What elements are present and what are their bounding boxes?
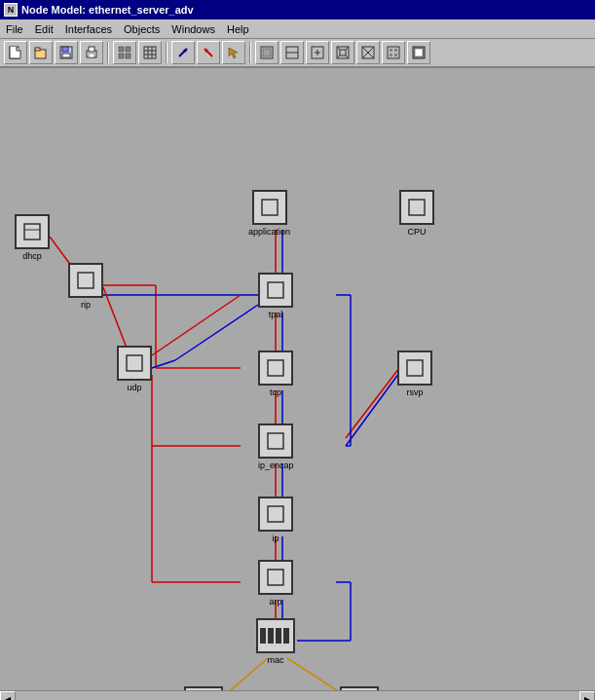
menu-interfaces[interactable]: Interfaces xyxy=(59,21,118,37)
rsvp-label: rsvp xyxy=(406,387,423,397)
save-button[interactable] xyxy=(55,41,78,64)
main-canvas[interactable]: dhcp rip udp application CPU tpal xyxy=(0,68,595,690)
hub-tx-node[interactable]: hub_tx_0_0 xyxy=(336,686,382,690)
svg-rect-7 xyxy=(89,47,94,52)
sep3 xyxy=(249,42,251,63)
zoom4-button[interactable] xyxy=(331,41,354,64)
svg-line-54 xyxy=(175,305,258,360)
svg-rect-94 xyxy=(268,570,283,585)
dhcp-box[interactable] xyxy=(15,214,50,249)
scroll-track[interactable] xyxy=(16,691,579,700)
arp-node[interactable]: arp xyxy=(258,560,293,607)
application-box[interactable] xyxy=(252,190,287,225)
scrollbar-bottom: ◀ ▶ xyxy=(0,690,595,700)
cpu-box[interactable] xyxy=(399,190,434,225)
svg-rect-87 xyxy=(262,200,278,215)
dhcp-node[interactable]: dhcp xyxy=(15,214,50,261)
grid1-button[interactable] xyxy=(113,41,136,64)
hub-tx-box[interactable] xyxy=(340,686,379,690)
svg-rect-97 xyxy=(276,628,281,644)
svg-rect-39 xyxy=(388,47,399,58)
rip-box[interactable] xyxy=(68,263,103,298)
svg-rect-91 xyxy=(407,360,423,376)
tpal-label: tpal xyxy=(269,310,283,319)
cpu-node[interactable]: CPU xyxy=(399,190,434,237)
cursor-button[interactable] xyxy=(222,41,245,64)
print-button[interactable] xyxy=(80,41,103,64)
arrow-nw-button[interactable] xyxy=(197,41,220,64)
svg-rect-17 xyxy=(144,47,156,58)
menu-windows[interactable]: Windows xyxy=(166,21,221,37)
svg-rect-40 xyxy=(390,49,392,52)
tcp-box[interactable] xyxy=(258,350,293,386)
application-label: application xyxy=(248,227,290,237)
zoom5-button[interactable] xyxy=(356,41,380,64)
svg-rect-95 xyxy=(260,628,266,644)
mac-box[interactable] xyxy=(256,618,295,653)
udp-box[interactable] xyxy=(117,346,152,381)
ip-box[interactable] xyxy=(258,497,293,532)
tpal-box[interactable] xyxy=(258,273,293,308)
dhcp-label: dhcp xyxy=(22,251,42,261)
svg-line-64 xyxy=(346,373,399,446)
menu-edit[interactable]: Edit xyxy=(29,21,59,37)
ip-label: ip xyxy=(272,534,279,543)
zoom3-button[interactable] xyxy=(306,41,329,64)
arp-box[interactable] xyxy=(258,560,293,595)
rip-label: rip xyxy=(81,300,91,310)
svg-rect-24 xyxy=(263,49,271,56)
rsvp-node[interactable]: rsvp xyxy=(397,350,432,397)
grid2-button[interactable] xyxy=(138,41,162,64)
svg-rect-10 xyxy=(126,47,130,52)
svg-rect-90 xyxy=(268,360,283,376)
svg-rect-98 xyxy=(283,628,289,644)
hub-rx-box[interactable] xyxy=(184,686,223,690)
connections-svg xyxy=(0,68,595,690)
zoom-fit-button[interactable] xyxy=(255,41,279,64)
mac-label: mac xyxy=(267,655,283,665)
title-bar: N Node Model: ethernet_server_adv xyxy=(0,0,595,19)
new-button[interactable] xyxy=(4,41,27,64)
svg-line-55 xyxy=(152,360,175,368)
svg-rect-31 xyxy=(340,50,346,55)
open-button[interactable] xyxy=(29,41,53,64)
svg-marker-22 xyxy=(229,48,238,58)
menu-help[interactable]: Help xyxy=(221,21,255,37)
menu-file[interactable]: File xyxy=(0,21,29,37)
zoom2-button[interactable] xyxy=(280,41,304,64)
svg-rect-2 xyxy=(35,48,40,51)
ip-encap-label: ip_encap xyxy=(258,461,294,470)
sep2 xyxy=(166,42,167,63)
ip-encap-box[interactable] xyxy=(258,424,293,459)
svg-rect-11 xyxy=(119,54,124,58)
zoom7-button[interactable] xyxy=(407,41,430,64)
svg-rect-96 xyxy=(268,628,274,644)
rip-node[interactable]: rip xyxy=(68,263,103,310)
svg-rect-4 xyxy=(62,47,68,52)
menu-objects[interactable]: Objects xyxy=(118,21,166,37)
mac-node[interactable]: mac xyxy=(256,618,295,665)
ip-encap-node[interactable]: ip_encap xyxy=(258,424,294,470)
svg-rect-8 xyxy=(89,54,94,57)
svg-rect-9 xyxy=(119,47,124,52)
svg-rect-45 xyxy=(415,49,423,56)
udp-node[interactable]: udp xyxy=(117,346,152,392)
zoom6-button[interactable] xyxy=(382,41,405,64)
svg-rect-89 xyxy=(268,282,283,298)
application-node[interactable]: application xyxy=(248,190,290,237)
arrow-ne-button[interactable] xyxy=(171,41,195,64)
rsvp-box[interactable] xyxy=(397,350,432,386)
udp-label: udp xyxy=(127,383,141,392)
tpal-node[interactable]: tpal xyxy=(258,273,293,319)
ip-node[interactable]: ip xyxy=(258,497,293,543)
tcp-node[interactable]: tcp xyxy=(258,350,293,397)
cpu-label: CPU xyxy=(407,227,426,237)
title-text: Node Model: ethernet_server_adv xyxy=(21,4,194,16)
sep1 xyxy=(107,42,109,63)
scroll-left-button[interactable]: ◀ xyxy=(0,691,16,700)
svg-rect-5 xyxy=(62,54,70,57)
svg-rect-43 xyxy=(394,54,397,56)
scroll-right-button[interactable]: ▶ xyxy=(579,691,595,700)
hub-rx-node[interactable]: hub_rx_0_0 xyxy=(180,686,227,690)
tcp-label: tcp xyxy=(270,387,281,397)
